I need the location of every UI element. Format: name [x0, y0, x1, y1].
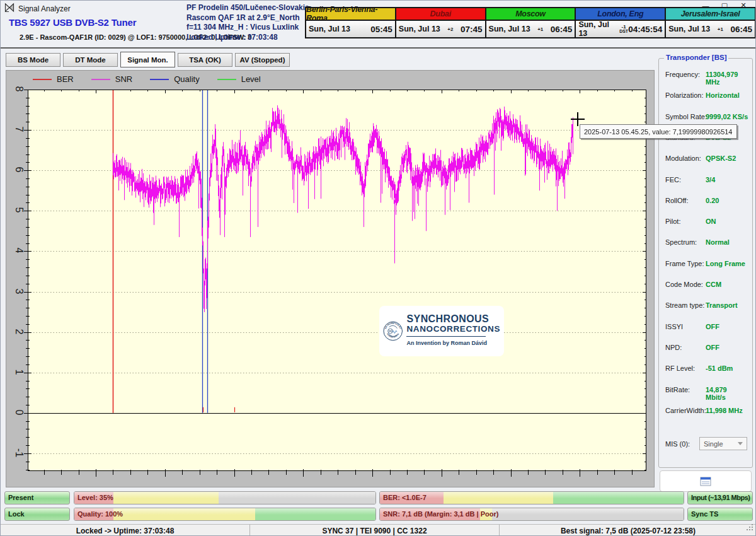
site-info: PF Prodelin 450/Lučenec-SlovakiaRascom Q…: [186, 3, 309, 42]
present-indicator: Present: [4, 491, 70, 504]
transponder-label: Spectrum:: [665, 238, 697, 247]
clock-city: Jerusalem-Israel: [666, 8, 755, 21]
transponder-groupbox: Transponder [BS] Frequency:11304,979 MHz…: [658, 58, 753, 468]
clock-berlin: Berlin-Paris-Vienna-Roma Sun, Jul 13 05:…: [305, 7, 396, 38]
ber-meter: BER: <1.0E-7: [379, 491, 684, 504]
snr-meter: SNR: 7,1 dB (Margin: 3,1 dB | Poor): [379, 508, 684, 521]
clock-time: 06:45: [730, 25, 752, 34]
transponder-row: NPD:OFF: [665, 344, 748, 352]
transponder-value: -51 dBm: [706, 364, 733, 372]
transponder-label: NPD:: [665, 344, 682, 352]
ber-swatch: [33, 79, 52, 80]
clock-city: Dubai: [396, 8, 485, 21]
tab-bs-mode[interactable]: BS Mode: [6, 53, 60, 67]
chevron-down-icon: [738, 442, 743, 445]
tab-tsa[interactable]: TSA (OK): [178, 53, 232, 67]
sync-ts-indicator: Sync TS: [687, 508, 753, 521]
resize-grip[interactable]: [746, 522, 753, 533]
transponder-label: Polarization:: [665, 91, 704, 100]
logo-divider: [406, 336, 486, 337]
transponder-row: Symbol Rate:9999,02 KS/s: [665, 113, 748, 122]
transponder-label: CarrierWidth:: [665, 407, 706, 416]
transponder-row: Frequency:11304,979 MHz: [665, 71, 748, 79]
clock-date: Sun, Jul 13: [668, 25, 710, 33]
snr-swatch: [91, 79, 110, 80]
crosshair-cursor: [571, 119, 585, 120]
status-bar: Locked -> Uptime: 37:03:48 SYNC 37 | TEI…: [1, 524, 756, 536]
transponder-label: Pilot:: [665, 218, 680, 226]
tab-dt-mode[interactable]: DT Mode: [63, 53, 118, 67]
status-best-signal: Best signal: 7,5 dB (2025-07-12 23:58): [499, 525, 756, 536]
transponder-row: Frame Type:Long Frame: [665, 260, 748, 269]
clock-time: 05:45: [370, 25, 392, 34]
transponder-value: Long Frame: [706, 260, 745, 267]
transponder-value: Horizontal: [706, 91, 740, 99]
transponder-label: RollOff:: [665, 197, 688, 206]
transponder-row: CarrierWidth:11,998 MHz: [665, 407, 748, 416]
watermark-logo: AN INVENTION BY ROMAN DÁVID SYNCHRONOUS …: [379, 306, 504, 356]
input-indicator: Input (~13,91 Mbps): [687, 491, 753, 504]
transponder-label: RF Level:: [665, 364, 695, 373]
legend-label-quality: Quality: [174, 74, 199, 84]
tab-av[interactable]: AV (Stopped): [235, 53, 290, 67]
transponder-label: ISSYI: [665, 323, 683, 332]
clock-time: 06:45: [551, 25, 573, 34]
transponder-row: ISSYIOFF: [665, 323, 748, 332]
clock-date: Sun, Jul 13: [309, 25, 350, 33]
transponder-value: OFF: [706, 323, 719, 330]
legend-label-ber: BER: [57, 74, 74, 84]
transponder-row: Spectrum:Normal: [665, 238, 748, 247]
transponder-value: ON: [706, 218, 716, 225]
clock-time: 04:45:54: [628, 25, 662, 34]
legend-label-snr: SNR: [115, 74, 132, 84]
transponder-value: 11304,979 MHz: [706, 71, 748, 86]
transponder-label: Frequency:: [665, 71, 700, 79]
clock-dubai: Dubai Sun, Jul 13 +2 07:45: [395, 7, 486, 38]
signal-chart-panel: BER SNR Quality Level 876543210-1 AN INV…: [6, 70, 655, 487]
transponder-value: QPSK-S2: [706, 154, 736, 162]
transponder-value: 3/4: [706, 176, 715, 184]
transponder-value: OFF: [706, 344, 719, 351]
transponder-row: RF Level:-51 dBm: [665, 364, 748, 373]
transponder-row: Pilot:ON: [665, 218, 748, 226]
clock-london: London, Eng Sun, Jul 13 -1DST 04:45:54: [575, 7, 666, 38]
world-clocks: Berlin-Paris-Vienna-Roma Sun, Jul 13 05:…: [305, 7, 756, 38]
chart-legend: BER SNR Quality Level: [33, 74, 261, 84]
level-swatch: [217, 79, 236, 80]
level-meter: Level: 35%: [74, 491, 376, 504]
clock-city: Berlin-Paris-Vienna-Roma: [306, 8, 395, 21]
transponder-row: RollOff:0.20: [665, 197, 748, 206]
mis-dropdown[interactable]: Single: [699, 437, 747, 450]
transponder-row: Code Mode:CCM: [665, 281, 748, 289]
logo-tagline: An Invention by Roman Dávid: [406, 338, 487, 348]
transponder-value: 0.20: [706, 197, 719, 204]
mode-tabs: BS Mode DT Mode Signal Mon. TSA (OK) AV …: [6, 53, 290, 67]
transponder-label: Frame Type:: [665, 260, 704, 269]
transponder-title: Transponder [BS]: [664, 54, 728, 61]
transponder-row: Modulation:QPSK-S2: [665, 154, 748, 163]
snr-plot[interactable]: [18, 87, 648, 483]
logo-line1: SYNCHRONOUS: [406, 314, 489, 324]
quality-swatch: [150, 79, 169, 80]
transponder-value: Normal: [706, 238, 730, 246]
clock-city: London, Eng: [576, 8, 665, 21]
transponder-row: BitRate:14,879 Mbit/s: [665, 386, 748, 395]
status-sync-counters: SYNC 37 | TEI 9090 | CC 1322: [249, 525, 499, 536]
transponder-value: CCM: [706, 281, 721, 288]
window-icon: [700, 477, 711, 486]
legend-label-level: Level: [241, 74, 261, 84]
logo-badge-icon: AN INVENTION BY ROMAN DÁVID: [383, 310, 403, 352]
transponder-label: Stream type:: [665, 301, 704, 310]
header-separator: [1, 47, 756, 49]
status-uptime: Locked -> Uptime: 37:03:48: [1, 525, 249, 536]
transponder-value: Transport: [706, 301, 738, 309]
quality-meter: Quality: 100%: [74, 508, 376, 521]
clock-city: Moscow: [486, 8, 575, 21]
logo-line2: NANOCORRECTIONS: [406, 324, 500, 334]
transponder-row: FEC:3/4: [665, 176, 748, 185]
tab-signal-mon[interactable]: Signal Mon.: [120, 52, 175, 67]
clock-time: 07:45: [461, 25, 483, 34]
tuner-title: TBS 5927 USB DVB-S2 Tuner: [9, 17, 136, 28]
open-dialog-button[interactable]: [660, 470, 752, 492]
transponder-row: Stream type:Transport: [665, 301, 748, 310]
